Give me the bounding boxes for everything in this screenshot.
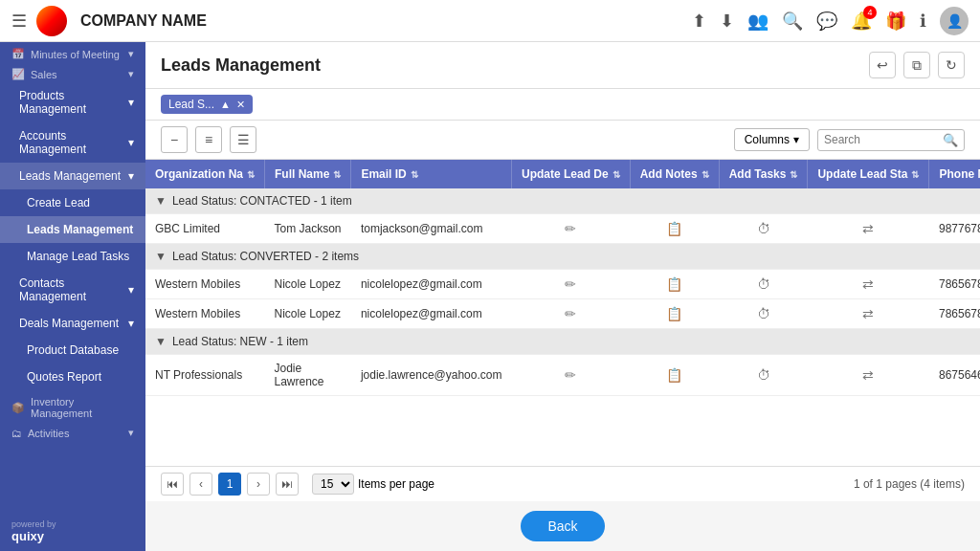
cell-tasks[interactable]: ⏱: [719, 299, 808, 329]
sidebar-item-quotes-report[interactable]: Quotes Report: [0, 364, 145, 390]
back-button[interactable]: Back: [521, 511, 604, 541]
search-input[interactable]: [824, 133, 939, 146]
th-fullname: Full Name ⇅: [265, 160, 351, 188]
page-size-select[interactable]: 15 25 50: [312, 474, 354, 495]
cell-tasks[interactable]: ⏱: [719, 355, 808, 396]
first-page-button[interactable]: ⏮: [161, 473, 184, 496]
notification-icon[interactable]: 🔔4: [851, 11, 872, 32]
pencil-icon[interactable]: ✏: [565, 367, 576, 383]
sort-icon-status[interactable]: ⇅: [911, 169, 919, 180]
arrows-icon[interactable]: ⇄: [862, 221, 874, 236]
hamburger-icon[interactable]: ☰: [11, 11, 27, 32]
cell-status[interactable]: ⇄: [808, 270, 929, 299]
sort-icon-update[interactable]: ⇅: [612, 169, 620, 180]
sidebar: 📅 Minutes of Meeting ▾ 📈 Sales ▾ Product…: [0, 42, 145, 551]
cell-fullname: Jodie Lawrence: [265, 355, 351, 396]
cell-tasks[interactable]: ⏱: [719, 270, 808, 299]
topbar-left: ☰ COMPANY NAME: [11, 6, 207, 36]
cell-notes[interactable]: 📋: [630, 270, 719, 299]
sidebar-item-minutes-of-meeting[interactable]: 📅 Minutes of Meeting ▾: [0, 42, 145, 62]
leads-table: Organization Na ⇅ Full Name ⇅: [145, 160, 980, 396]
sidebar-item-accounts-management[interactable]: Accounts Management ▾: [0, 122, 145, 163]
chevron-down-icon: ▾: [128, 48, 134, 60]
arrows-icon[interactable]: ⇄: [862, 367, 874, 383]
info-icon[interactable]: ℹ: [920, 11, 926, 32]
refresh-button[interactable]: ↻: [938, 52, 965, 78]
sort-icon-notes[interactable]: ⇅: [702, 169, 709, 180]
cell-status[interactable]: ⇄: [808, 355, 929, 396]
clock-icon[interactable]: ⏱: [757, 276, 770, 292]
undo-button[interactable]: ↩: [869, 52, 896, 78]
gift-icon[interactable]: 🎁: [885, 11, 906, 32]
table-area: Organization Na ⇅ Full Name ⇅: [145, 160, 980, 466]
users-icon[interactable]: 👥: [747, 11, 768, 32]
document-icon[interactable]: 📋: [666, 221, 682, 236]
sidebar-item-manage-lead-tasks[interactable]: Manage Lead Tasks: [0, 243, 145, 270]
sidebar-item-activities[interactable]: 🗂 Activities ▾: [0, 421, 145, 441]
pencil-icon[interactable]: ✏: [565, 276, 576, 292]
avatar[interactable]: 👤: [940, 7, 969, 35]
last-page-button[interactable]: ⏭: [276, 473, 299, 496]
pagination-info: 1 of 1 pages (4 items): [854, 477, 965, 491]
sidebar-item-deals-management[interactable]: Deals Management ▾: [0, 310, 145, 337]
th-update-lead-de: Update Lead De ⇅: [511, 160, 630, 188]
sidebar-item-create-lead[interactable]: Create Lead: [0, 189, 145, 216]
sidebar-item-products-management[interactable]: Products Management ▾: [0, 82, 145, 122]
columns-button[interactable]: Columns ▾: [734, 128, 810, 151]
list-button-2[interactable]: ☰: [230, 126, 256, 153]
filter-chip-label: Lead S...: [168, 98, 214, 111]
sort-icon-org[interactable]: ⇅: [247, 169, 255, 180]
filter-chip[interactable]: Lead S... ▲ ✕: [161, 95, 253, 114]
sidebar-item-inventory-management[interactable]: 📦 Inventory Management: [0, 390, 145, 421]
cell-notes[interactable]: 📋: [630, 355, 719, 396]
cell-update-lead[interactable]: ✏: [511, 299, 630, 329]
sidebar-item-leads-management-sub[interactable]: Leads Management: [0, 216, 145, 243]
chat-icon[interactable]: 💬: [816, 11, 837, 32]
sort-icon-email[interactable]: ⇅: [411, 169, 418, 180]
arrows-icon[interactable]: ⇄: [862, 306, 874, 321]
search-icon[interactable]: 🔍: [782, 11, 803, 32]
chevron-down-icon-accounts: ▾: [128, 136, 134, 149]
cell-update-lead[interactable]: ✏: [511, 214, 630, 244]
sidebar-item-product-database[interactable]: Product Database: [0, 337, 145, 364]
cell-update-lead[interactable]: ✏: [511, 355, 630, 396]
sidebar-item-leads-management[interactable]: Leads Management ▾: [0, 163, 145, 189]
next-page-button[interactable]: ›: [247, 473, 270, 496]
cell-notes[interactable]: 📋: [630, 214, 719, 244]
cell-update-lead[interactable]: ✏: [511, 270, 630, 299]
document-icon[interactable]: 📋: [666, 276, 682, 292]
cell-fullname: Nicole Lopez: [265, 270, 351, 299]
th-update-lead-sta: Update Lead Sta ⇅: [808, 160, 929, 188]
minus-button[interactable]: −: [161, 126, 188, 153]
document-icon[interactable]: 📋: [666, 306, 682, 321]
clock-icon[interactable]: ⏱: [757, 367, 770, 383]
page-1-button[interactable]: 1: [218, 473, 241, 496]
pencil-icon[interactable]: ✏: [565, 221, 576, 236]
document-icon[interactable]: 📋: [666, 367, 682, 383]
upload-icon[interactable]: ⬆: [692, 11, 706, 32]
cell-notes[interactable]: 📋: [630, 299, 719, 329]
filter-close-icon[interactable]: ✕: [236, 99, 245, 111]
sidebar-item-sales[interactable]: 📈 Sales ▾: [0, 62, 145, 82]
clock-icon[interactable]: ⏱: [757, 306, 770, 321]
group-toggle[interactable]: ▼: [155, 335, 167, 348]
copy-button[interactable]: ⧉: [903, 52, 930, 78]
group-toggle[interactable]: ▼: [155, 194, 167, 208]
search-box[interactable]: 🔍: [817, 129, 965, 151]
cell-phone: 8675646423: [929, 355, 980, 396]
group-toggle[interactable]: ▼: [155, 250, 167, 263]
clock-icon[interactable]: ⏱: [757, 221, 770, 236]
cell-status[interactable]: ⇄: [808, 299, 929, 329]
chevron-down-icon-activities: ▾: [128, 427, 134, 439]
cell-status[interactable]: ⇄: [808, 214, 929, 244]
prev-page-button[interactable]: ‹: [189, 473, 212, 496]
minutes-icon: 📅: [11, 48, 25, 60]
sort-icon-fullname[interactable]: ⇅: [333, 169, 341, 180]
sidebar-item-contacts-management[interactable]: Contacts Management ▾: [0, 270, 145, 310]
cell-tasks[interactable]: ⏱: [719, 214, 808, 244]
list-button-1[interactable]: ≡: [195, 126, 222, 153]
pencil-icon[interactable]: ✏: [565, 306, 576, 321]
sort-icon-tasks[interactable]: ⇅: [790, 169, 797, 180]
arrows-icon[interactable]: ⇄: [862, 276, 874, 292]
download-icon[interactable]: ⬇: [720, 11, 734, 32]
